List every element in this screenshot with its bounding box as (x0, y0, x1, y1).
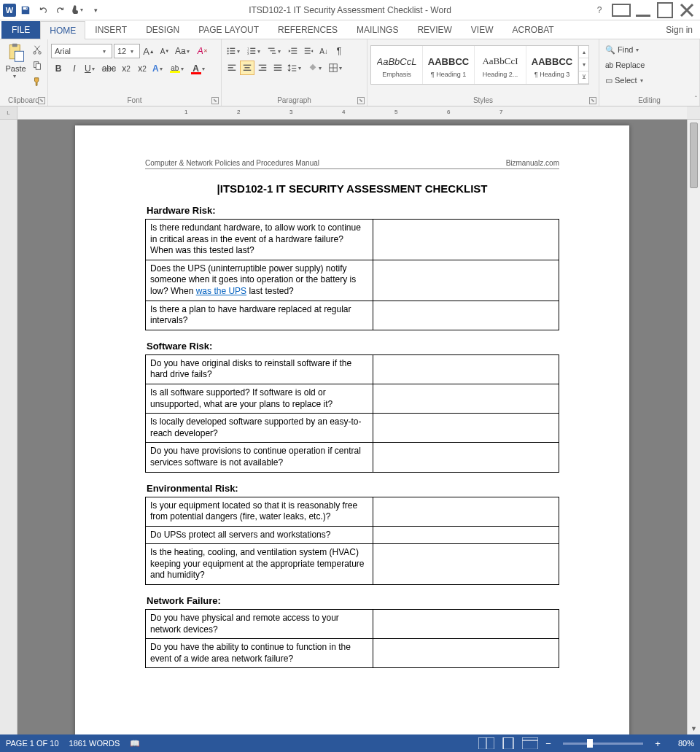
vertical-scrollbar[interactable]: ▲ ▼ (687, 120, 700, 734)
tab-review[interactable]: REVIEW (408, 20, 461, 39)
increase-indent-icon[interactable] (301, 44, 316, 58)
font-launcher-icon[interactable]: ⬊ (211, 97, 219, 104)
zoom-in-button[interactable]: + (653, 738, 662, 749)
text-effects-icon[interactable]: A▾ (151, 61, 167, 76)
svg-point-12 (228, 50, 229, 52)
replace-button[interactable]: abReplace (602, 58, 649, 72)
bullets-icon[interactable]: ▾ (225, 44, 244, 58)
read-mode-icon[interactable] (478, 737, 494, 750)
styles-launcher-icon[interactable]: ⬊ (589, 97, 596, 104)
shading-icon[interactable]: ▾ (306, 61, 326, 75)
subscript-button[interactable]: x2 (119, 61, 133, 76)
line-spacing-icon[interactable]: ▾ (286, 61, 306, 75)
font-color-icon[interactable]: A▾ (190, 61, 209, 76)
numbering-icon[interactable]: 123▾ (245, 44, 265, 58)
tab-insert[interactable]: INSERT (85, 20, 136, 39)
table-row: Is locally developed software supported … (146, 414, 559, 443)
shrink-font-icon[interactable]: A▼ (158, 44, 172, 58)
change-case-icon[interactable]: Aa▾ (174, 44, 194, 58)
help-icon[interactable]: ? (589, 2, 610, 18)
print-layout-icon[interactable] (500, 737, 516, 750)
horizontal-ruler[interactable]: L (0, 106, 700, 120)
superscript-button[interactable]: x2 (135, 61, 149, 76)
strikethrough-button[interactable]: abc (101, 61, 117, 76)
redo-icon[interactable] (52, 2, 69, 18)
tab-design[interactable]: DESIGN (136, 20, 189, 39)
align-left-icon[interactable] (225, 61, 239, 75)
multilevel-icon[interactable]: ▾ (265, 44, 285, 58)
document-area[interactable]: Computer & Network Policies and Procedur… (18, 120, 687, 734)
svg-rect-2 (658, 3, 672, 18)
find-icon: 🔍 (605, 45, 615, 55)
show-marks-icon[interactable]: ¶ (332, 44, 346, 58)
svg-rect-45 (292, 71, 296, 71)
style--heading-3[interactable]: AABBCC¶ Heading 3 (526, 46, 578, 84)
align-center-icon[interactable] (240, 61, 254, 75)
tab-page-layout[interactable]: PAGE LAYOUT (189, 20, 268, 39)
clipboard-launcher-icon[interactable]: ⬊ (38, 97, 45, 104)
collapse-ribbon-icon[interactable]: ˆ (695, 96, 697, 104)
save-icon[interactable] (18, 2, 34, 18)
touch-mode-icon[interactable]: ▾ (70, 2, 86, 18)
svg-point-10 (228, 47, 229, 49)
italic-button[interactable]: I (67, 61, 82, 76)
tab-mailings[interactable]: MAILINGS (347, 20, 408, 39)
borders-icon[interactable]: ▾ (327, 61, 346, 75)
highlight-icon[interactable]: ab▾ (168, 61, 188, 76)
zoom-level[interactable]: 80% (668, 739, 694, 748)
style-scroll-btn[interactable]: ⊻ (579, 71, 588, 84)
vertical-ruler[interactable] (0, 120, 18, 734)
cut-icon[interactable] (30, 42, 44, 57)
group-editing: 🔍Find▾ abReplace ▭Select▾ Editing (599, 39, 700, 106)
svg-rect-52 (522, 737, 538, 750)
copy-icon[interactable] (30, 58, 44, 73)
maximize-icon[interactable] (655, 2, 675, 18)
zoom-slider[interactable] (563, 743, 643, 745)
bold-button[interactable]: B (51, 61, 66, 76)
font-size-combo[interactable]: 12▾ (114, 44, 140, 58)
find-button[interactable]: 🔍Find▾ (602, 42, 649, 57)
decrease-indent-icon[interactable] (286, 44, 300, 58)
zoom-out-button[interactable]: − (544, 738, 553, 749)
undo-icon[interactable] (35, 2, 51, 18)
style-scroll-btn[interactable]: ▾ (579, 58, 588, 71)
minimize-icon[interactable] (633, 2, 653, 18)
checklist-table: Is your equipment located so that it is … (145, 497, 559, 586)
clear-format-icon[interactable]: A✕ (195, 44, 210, 58)
format-painter-icon[interactable] (30, 74, 44, 89)
svg-rect-26 (291, 50, 297, 51)
sign-in-link[interactable]: Sign in (658, 21, 700, 39)
style-scroll-btn[interactable]: ▴ (579, 46, 588, 58)
page-indicator[interactable]: PAGE 1 OF 10 (6, 739, 59, 748)
spellcheck-icon[interactable]: 📖 (130, 739, 140, 748)
close-icon[interactable] (677, 2, 697, 18)
svg-rect-17 (250, 48, 255, 49)
font-name-combo[interactable]: Arial▾ (51, 44, 112, 58)
tab-acrobat[interactable]: ACROBAT (502, 20, 563, 39)
status-bar: PAGE 1 OF 10 1861 WORDS 📖 − + 80% (0, 734, 700, 752)
word-count[interactable]: 1861 WORDS (69, 739, 120, 748)
underline-button[interactable]: U▾ (83, 61, 99, 76)
styles-gallery[interactable]: AaBbCcLEmphasisAABBCC¶ Heading 1AaBbCcIH… (370, 45, 589, 85)
paste-button[interactable]: Paste ▾ (3, 41, 28, 80)
style-emphasis[interactable]: AaBbCcLEmphasis (371, 46, 423, 84)
zoom-thumb[interactable] (587, 739, 593, 748)
style-heading-2-[interactable]: AaBbCcIHeading 2... (475, 46, 526, 84)
tab-references[interactable]: REFERENCES (268, 20, 347, 39)
ribbon-display-icon[interactable] (611, 2, 631, 18)
paragraph-launcher-icon[interactable]: ⬊ (357, 97, 365, 104)
select-button[interactable]: ▭Select▾ (602, 73, 649, 88)
align-right-icon[interactable] (255, 61, 270, 75)
tab-view[interactable]: VIEW (462, 20, 503, 39)
scroll-thumb[interactable] (690, 123, 698, 188)
qat-customize-icon[interactable]: ▾ (88, 2, 104, 18)
tab-home[interactable]: HOME (40, 21, 85, 39)
web-layout-icon[interactable] (522, 737, 538, 750)
scroll-down-icon[interactable]: ▼ (688, 723, 700, 734)
svg-rect-40 (274, 65, 282, 66)
justify-icon[interactable] (271, 61, 285, 75)
grow-font-icon[interactable]: A▲ (141, 44, 156, 58)
tab-file[interactable]: FILE (1, 21, 40, 39)
style--heading-1[interactable]: AABBCC¶ Heading 1 (423, 46, 475, 84)
sort-icon[interactable]: A↓ (316, 44, 331, 58)
